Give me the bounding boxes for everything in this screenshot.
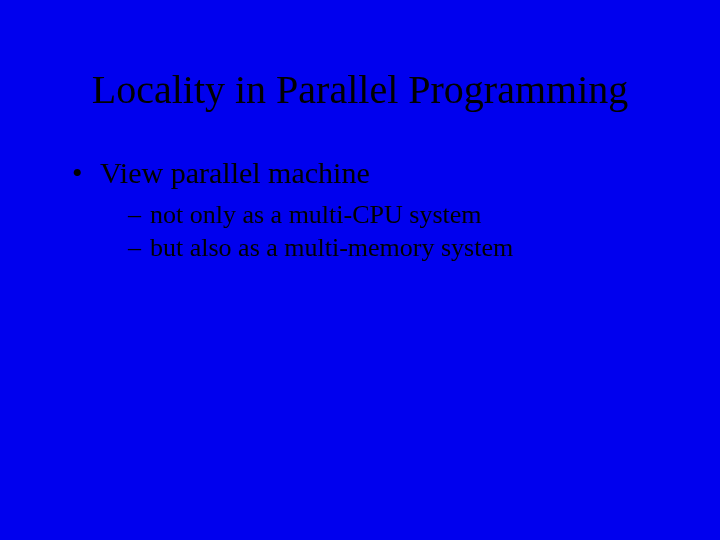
bullet-level2: – but also as a multi-memory system [128, 231, 680, 265]
subbullet-group: – not only as a multi-CPU system – but a… [72, 192, 680, 266]
dash-marker: – [128, 231, 150, 265]
slide-title: Locality in Parallel Programming [0, 0, 720, 112]
bullet-text: View parallel machine [100, 154, 370, 192]
subbullet-text: not only as a multi-CPU system [150, 198, 482, 232]
slide: Locality in Parallel Programming • View … [0, 0, 720, 540]
bullet-level2: – not only as a multi-CPU system [128, 198, 680, 232]
dash-marker: – [128, 198, 150, 232]
bullet-marker: • [72, 154, 100, 192]
bullet-level1: • View parallel machine [72, 154, 680, 192]
subbullet-text: but also as a multi-memory system [150, 231, 513, 265]
slide-body: • View parallel machine – not only as a … [0, 112, 720, 265]
